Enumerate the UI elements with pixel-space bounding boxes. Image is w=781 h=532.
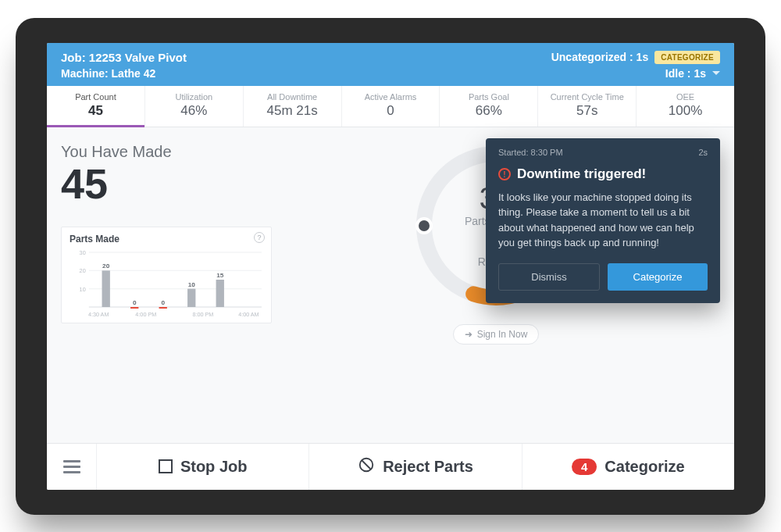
svg-text:20: 20 [80, 268, 86, 274]
metric-tab-4[interactable]: Parts Goal66% [440, 86, 538, 127]
metric-value: 46% [148, 103, 240, 119]
sign-in-button[interactable]: ➜ Sign In Now [453, 324, 540, 345]
header: Job: 12253 Valve Pivot Uncategorized : 1… [47, 43, 734, 86]
tablet-frame: Job: 12253 Valve Pivot Uncategorized : 1… [16, 18, 765, 515]
content: You Have Made 45 Parts Made ? 1020302000… [47, 127, 734, 443]
svg-text:30: 30 [80, 250, 86, 256]
svg-text:4:00 PM: 4:00 PM [135, 312, 156, 318]
stop-job-button[interactable]: Stop Job [97, 444, 309, 490]
stop-icon [159, 459, 173, 473]
chevron-down-icon [712, 71, 720, 75]
metric-label: Active Alarms [345, 92, 437, 102]
popup-started: Started: 8:30 PM [498, 148, 563, 157]
chart-title: Parts Made [70, 234, 263, 245]
sign-in-label: Sign In Now [477, 329, 528, 340]
metric-value: 45m 21s [247, 103, 338, 119]
metric-value: 0 [345, 103, 437, 119]
svg-rect-15 [216, 280, 224, 307]
svg-text:15: 15 [216, 272, 224, 279]
uncategorized-label: Uncategorized : 1s [551, 51, 648, 63]
downtime-popup: Started: 8:30 PM 2s ! Downtime triggered… [486, 138, 720, 303]
machine-label: Machine: Lathe 42 [61, 67, 155, 80]
metric-tab-2[interactable]: All Downtime45m 21s [244, 86, 342, 127]
bar-chart-svg: 102030200010154:30 AM4:00 PM8:00 PM4:00 … [70, 248, 263, 318]
gauge-knob [419, 220, 430, 231]
menu-button[interactable] [47, 444, 97, 490]
popup-elapsed: 2s [698, 148, 708, 157]
metric-tab-6[interactable]: OEE100% [637, 86, 734, 127]
left-column: You Have Made 45 Parts Made ? 1020302000… [61, 143, 272, 435]
hamburger-icon [63, 457, 80, 477]
svg-text:10: 10 [188, 280, 196, 287]
idle-label: Idle : 1s [665, 67, 706, 80]
svg-text:0: 0 [133, 299, 137, 306]
dismiss-button[interactable]: Dismiss [498, 263, 600, 291]
svg-rect-13 [187, 288, 195, 306]
uncategorized-status: Uncategorized : 1s CATEGORIZE [551, 51, 720, 64]
metric-label: Utilization [148, 92, 240, 102]
you-made-title: You Have Made [61, 143, 272, 161]
svg-rect-12 [159, 307, 167, 309]
reject-parts-button[interactable]: Reject Parts [309, 444, 522, 490]
you-made-count: 45 [61, 162, 272, 205]
svg-text:10: 10 [80, 286, 86, 292]
svg-text:4:30 AM: 4:30 AM [88, 312, 109, 318]
parts-made-chart: Parts Made ? 102030200010154:30 AM4:00 P… [61, 227, 272, 323]
screen: Job: 12253 Valve Pivot Uncategorized : 1… [47, 43, 734, 490]
svg-text:4:00 AM: 4:00 AM [238, 312, 259, 318]
svg-text:8:00 PM: 8:00 PM [192, 312, 213, 318]
popup-body: It looks like your machine stopped doing… [498, 190, 708, 251]
metric-label: OEE [640, 92, 731, 102]
metric-tab-0[interactable]: Part Count45 [47, 86, 145, 127]
warning-icon: ! [498, 168, 511, 180]
metric-value: 66% [443, 103, 534, 119]
categorize-footer-label: Categorize [604, 458, 684, 476]
categorize-count-badge: 4 [572, 459, 597, 475]
reject-parts-label: Reject Parts [383, 458, 473, 476]
categorize-button[interactable]: Categorize [608, 263, 708, 291]
metrics-bar: Part Count45Utilization46%All Downtime45… [47, 86, 734, 127]
metric-tab-3[interactable]: Active Alarms0 [342, 86, 440, 127]
svg-rect-7 [102, 270, 110, 307]
metric-label: All Downtime [247, 92, 338, 102]
categorize-footer-button[interactable]: 4 Categorize [522, 444, 734, 490]
metric-value: 100% [640, 103, 731, 119]
metric-label: Parts Goal [443, 92, 534, 102]
stop-job-label: Stop Job [180, 458, 248, 476]
footer: Stop Job Reject Parts 4 Categorize [47, 443, 734, 490]
help-icon[interactable]: ? [254, 232, 265, 243]
sign-in-icon: ➜ [465, 329, 473, 340]
categorize-badge[interactable]: CATEGORIZE [654, 51, 720, 64]
metric-label: Current Cycle Time [541, 92, 633, 102]
reject-icon [358, 456, 375, 477]
metric-tab-1[interactable]: Utilization46% [145, 86, 244, 127]
svg-text:20: 20 [102, 262, 110, 270]
job-title: Job: 12253 Valve Pivot [61, 51, 187, 64]
metric-value: 45 [50, 103, 141, 119]
idle-status[interactable]: Idle : 1s [665, 67, 720, 80]
popup-title: ! Downtime triggered! [498, 166, 708, 182]
metric-tab-5[interactable]: Current Cycle Time57s [538, 86, 637, 127]
svg-rect-10 [130, 307, 138, 309]
svg-line-24 [362, 460, 371, 469]
metric-value: 57s [541, 103, 633, 119]
svg-text:0: 0 [161, 299, 165, 306]
metric-label: Part Count [50, 92, 141, 102]
